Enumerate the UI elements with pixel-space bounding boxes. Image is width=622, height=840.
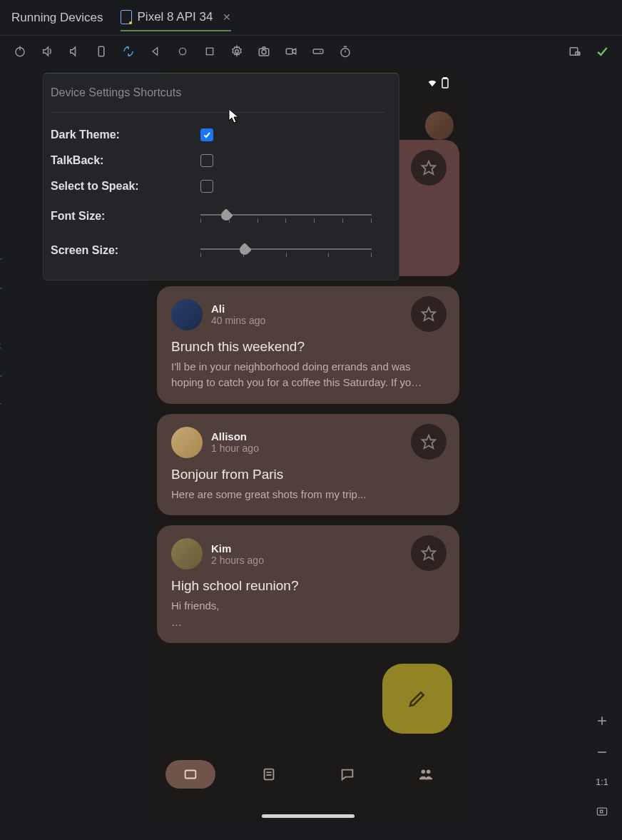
compose-fab[interactable] <box>382 664 452 734</box>
pip-icon[interactable] <box>568 44 582 59</box>
avatar[interactable] <box>171 299 203 330</box>
svg-marker-23 <box>422 161 435 174</box>
nav-articles[interactable] <box>244 760 294 789</box>
svg-marker-3 <box>153 48 158 56</box>
wifi-icon <box>427 77 438 88</box>
email-time: 40 mins ago <box>211 315 265 326</box>
svg-rect-5 <box>206 48 213 54</box>
close-icon[interactable]: ✕ <box>223 11 231 23</box>
home-icon[interactable] <box>175 44 190 59</box>
power-icon[interactable] <box>13 44 27 59</box>
svg-marker-25 <box>422 435 435 447</box>
svg-rect-27 <box>185 771 196 779</box>
star-button[interactable] <box>411 296 447 332</box>
nav-groups[interactable] <box>401 760 451 789</box>
star-button[interactable] <box>411 150 447 186</box>
select-to-speak-checkbox[interactable] <box>200 180 213 193</box>
svg-rect-22 <box>444 77 447 79</box>
svg-rect-2 <box>98 46 104 56</box>
email-card[interactable]: Allison 1 hour ago Bonjour from Paris He… <box>157 414 459 516</box>
rotate-device-icon[interactable] <box>94 44 108 59</box>
email-card[interactable]: Ali 40 mins ago Brunch this weekend? I'l… <box>157 286 459 404</box>
zoom-in-icon[interactable] <box>595 714 609 728</box>
sender-name: Allison <box>211 430 259 442</box>
dark-theme-label: Dark Theme: <box>51 128 200 141</box>
svg-point-4 <box>179 48 185 54</box>
svg-point-31 <box>422 770 426 774</box>
email-time: 1 hour ago <box>211 442 259 454</box>
email-subject: Brunch this weekend? <box>171 339 445 355</box>
tab-label: Running Devices <box>11 11 103 25</box>
bottom-nav <box>151 749 465 799</box>
svg-marker-10 <box>292 49 296 54</box>
side-markers: ι⌄⌄ᴸς⌄⌐ <box>0 224 4 408</box>
svg-point-20 <box>578 53 580 55</box>
email-preview: I'll be in your neighborhood doing erran… <box>171 359 445 391</box>
svg-rect-9 <box>286 49 292 54</box>
star-button[interactable] <box>411 535 447 571</box>
avatar[interactable] <box>171 538 203 570</box>
overview-icon[interactable] <box>203 44 217 59</box>
input-icon[interactable] <box>311 44 325 59</box>
font-size-label: Font Size: <box>51 210 200 223</box>
tab-label: Pixel 8 API 34 <box>138 10 213 24</box>
svg-rect-21 <box>442 79 448 88</box>
tab-device[interactable]: Pixel 8 API 34 ✕ <box>121 4 232 31</box>
email-subject: High school reunion? <box>171 578 445 594</box>
settings-title: Device Settings Shortcuts <box>51 86 384 113</box>
svg-point-32 <box>427 770 431 774</box>
avatar[interactable] <box>425 111 454 140</box>
volume-down-icon[interactable] <box>67 44 81 59</box>
rotate-orientation-icon[interactable] <box>121 44 136 59</box>
email-time: 2 hours ago <box>211 555 264 566</box>
nav-inbox[interactable] <box>165 760 215 789</box>
svg-rect-37 <box>601 810 603 812</box>
zoom-level-label[interactable]: 1:1 <box>596 776 608 787</box>
tab-running-devices[interactable]: Running Devices <box>11 5 103 31</box>
email-preview: Hi friends, … <box>171 598 445 630</box>
svg-rect-11 <box>313 49 323 54</box>
svg-marker-26 <box>422 547 435 560</box>
screen-size-label: Screen Size: <box>51 244 200 257</box>
talkback-label: TalkBack: <box>51 154 200 167</box>
sender-name: Ali <box>211 303 265 315</box>
dark-theme-checkbox[interactable] <box>200 128 213 141</box>
email-card[interactable]: Kim 2 hours ago High school reunion? Hi … <box>157 525 459 643</box>
toolbar <box>0 36 622 67</box>
avatar[interactable] <box>171 427 203 458</box>
settings-icon[interactable] <box>230 44 244 59</box>
battery-icon <box>441 77 449 88</box>
svg-rect-36 <box>597 808 606 815</box>
svg-marker-24 <box>422 307 435 320</box>
checkmark-icon[interactable] <box>595 44 609 59</box>
nav-messages[interactable] <box>322 760 372 789</box>
zoom-out-icon[interactable] <box>595 745 609 759</box>
email-preview: Here are some great shots from my trip..… <box>171 487 445 503</box>
device-settings-popup: Device Settings Shortcuts Dark Theme: Ta… <box>43 73 399 280</box>
phone-icon <box>121 10 132 24</box>
back-icon[interactable] <box>148 44 163 59</box>
stopwatch-icon[interactable] <box>338 44 352 59</box>
camera-icon[interactable] <box>257 44 271 59</box>
volume-up-icon[interactable] <box>40 44 54 59</box>
talkback-checkbox[interactable] <box>200 154 213 167</box>
video-icon[interactable] <box>284 44 298 59</box>
svg-point-8 <box>262 50 266 54</box>
right-controls: 1:1 <box>595 714 609 819</box>
sender-name: Kim <box>211 542 264 555</box>
screen-size-slider[interactable] <box>200 240 372 261</box>
home-indicator[interactable] <box>262 814 355 818</box>
fit-screen-icon[interactable] <box>595 804 609 819</box>
svg-point-6 <box>235 50 239 54</box>
font-size-slider[interactable] <box>200 206 372 227</box>
email-subject: Bonjour from Paris <box>171 467 445 482</box>
star-button[interactable] <box>411 424 447 460</box>
select-to-speak-label: Select to Speak: <box>51 180 200 193</box>
